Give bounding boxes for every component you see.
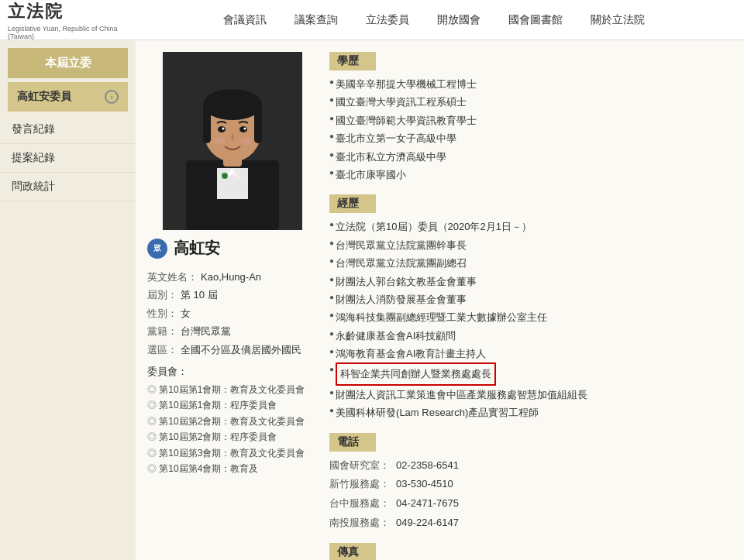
gender-value: 女 [181, 304, 191, 322]
edu-item: 臺北市康寧國小 [329, 166, 732, 184]
exp-item: 台灣民眾黨立法院黨團副總召 [329, 254, 732, 272]
committee-item: 第10屆第2會期：教育及文化委員會 [147, 414, 318, 429]
phone-section: 電話 國會研究室： 02-2358-6541 新竹服務處： 03-530-451… [329, 433, 732, 533]
phone-label-2: 台中服務處： [329, 494, 391, 514]
exp-item: 鴻海科技集團副總經理暨工業大數據辦公室主任 [329, 308, 732, 326]
committee-item: 第10屆第1會期：教育及文化委員會 [147, 382, 318, 397]
logo-sub: Legislative Yuan, Republic of China (Tai… [8, 25, 132, 40]
edu-item: 國立臺灣大學資訊工程系碩士 [329, 93, 732, 111]
logo-text: 立法院 [8, 2, 64, 21]
term-value: 第 10 屆 [181, 286, 218, 304]
exp-item: 鴻海教育基金會AI教育計畫主持人 [329, 345, 732, 362]
term-label: 屆別： [147, 286, 177, 304]
committee-header: 委員會： [147, 365, 318, 379]
svg-rect-9 [254, 105, 262, 143]
top-navigation: 立法院 Legislative Yuan, Republic of China … [0, 0, 744, 40]
phone-number-3: 049-224-6147 [396, 514, 459, 533]
svg-point-10 [218, 126, 226, 132]
phone-list: 國會研究室： 02-2358-6541 新竹服務處： 03-530-4510 台… [329, 456, 732, 533]
member-name: 高虹安 [174, 238, 220, 259]
experience-list: 立法院（第10屆）委員（2020年2月1日－） 台灣民眾黨立法院黨團幹事長 台灣… [329, 218, 732, 421]
svg-rect-8 [203, 105, 211, 143]
committee-item: 第10屆第4會期：教育及 [147, 461, 318, 476]
info-gender: 性別： 女 [147, 304, 318, 322]
phone-item: 台中服務處： 04-2471-7675 [329, 494, 732, 514]
sidebar-item-speeches[interactable]: 發言紀錄 [0, 115, 136, 144]
svg-point-14 [213, 137, 226, 145]
info-party: 黨籍： 台灣民眾黨 [147, 322, 318, 340]
phone-title: 電話 [329, 433, 376, 452]
party-badge: 眾 [147, 239, 167, 259]
exp-item: 美國科林研發(Lam Research)產品實習工程師 [329, 404, 732, 421]
profile-left: 眾 高虹安 英文姓名： Kao,Hung-An 屆別： 第 10 屆 性別： 女 [147, 52, 318, 548]
party-label: 黨籍： [147, 322, 177, 340]
exp-item: 財團法人消防發展基金會董事 [329, 290, 732, 308]
phone-label-1: 新竹服務處： [329, 475, 391, 494]
exp-item: 立法院（第10屆）委員（2020年2月1日－） [329, 218, 732, 235]
nav-item-meetings[interactable]: 會議資訊 [209, 0, 281, 40]
sidebar-item-proposals[interactable]: 提案紀錄 [0, 144, 136, 173]
highlighted-experience: 科智企業共同創辦人暨業務處處長 [336, 362, 496, 385]
fax-section: 傳真 [329, 543, 732, 560]
phone-number-1: 03-530-4510 [396, 475, 453, 494]
nav-item-legislators[interactable]: 立法委員 [352, 0, 423, 40]
experience-section: 經歷 立法院（第10屆）委員（2020年2月1日－） 台灣民眾黨立法院黨團幹事長… [329, 194, 732, 421]
district-value: 全國不分區及僑居國外國民 [181, 341, 301, 359]
edu-item: 臺北市私立方濟高級中學 [329, 148, 732, 166]
basic-info-list: 英文姓名： Kao,Hung-An 屆別： 第 10 屆 性別： 女 黨籍： 台… [147, 268, 318, 359]
district-label: 選區： [147, 341, 177, 359]
exp-item: 永齡健康基金會AI科技顧問 [329, 327, 732, 345]
info-district: 選區： 全國不分區及僑居國外國民 [147, 341, 318, 359]
nav-item-bills[interactable]: 議案查詢 [281, 0, 352, 40]
party-value: 台灣民眾黨 [181, 322, 231, 340]
education-list: 美國辛辛那提大學機械工程博士 國立臺灣大學資訊工程系碩士 國立臺灣師範大學資訊教… [329, 75, 732, 184]
profile-right: 學歷 美國辛辛那提大學機械工程博士 國立臺灣大學資訊工程系碩士 國立臺灣師範大學… [329, 52, 732, 548]
sidebar-item-stats[interactable]: 問政統計 [0, 173, 136, 201]
english-name-label: 英文姓名： [147, 268, 198, 286]
main-container: 本屆立委 高虹安委員 › 發言紀錄 提案紀錄 問政統計 [0, 40, 744, 560]
member-name-row: 眾 高虹安 [147, 238, 318, 259]
exp-item-highlighted: 科智企業共同創辦人暨業務處處長 [329, 362, 732, 385]
phone-label-0: 國會研究室： [329, 456, 391, 476]
sidebar-member-name: 高虹安委員 [17, 90, 71, 104]
exp-item: 財團法人資訊工業策進會中區產業服務處智慧加值組組長 [329, 386, 732, 404]
nav-item-open-parliament[interactable]: 開放國會 [423, 0, 494, 40]
phone-item: 新竹服務處： 03-530-4510 [329, 475, 732, 494]
phone-number-2: 04-2471-7675 [396, 494, 459, 514]
svg-point-11 [239, 126, 247, 132]
committee-item: 第10屆第2會期：程序委員會 [147, 429, 318, 445]
sidebar-member-link[interactable]: 高虹安委員 › [8, 82, 128, 112]
english-name-value: Kao,Hung-An [201, 268, 261, 286]
profile-photo [163, 52, 302, 230]
sidebar-arrow-icon: › [105, 90, 119, 104]
nav-item-about[interactable]: 關於立法院 [577, 0, 659, 40]
svg-point-13 [244, 128, 246, 130]
phone-number-0: 02-2358-6541 [396, 456, 459, 476]
education-section: 學歷 美國辛辛那提大學機械工程博士 國立臺灣大學資訊工程系碩士 國立臺灣師範大學… [329, 52, 732, 184]
svg-point-15 [239, 137, 252, 145]
exp-item: 台灣民眾黨立法院黨團幹事長 [329, 236, 732, 254]
edu-item: 國立臺灣師範大學資訊教育學士 [329, 112, 732, 129]
edu-item: 美國辛辛那提大學機械工程博士 [329, 75, 732, 93]
svg-point-17 [223, 174, 226, 177]
sidebar: 本屆立委 高虹安委員 › 發言紀錄 提案紀錄 問政統計 [0, 40, 136, 560]
phone-item: 南投服務處： 049-224-6147 [329, 514, 732, 533]
sidebar-title: 本屆立委 [8, 48, 128, 78]
exp-item: 財團法人郭台銘文教基金會董事 [329, 273, 732, 290]
phone-label-3: 南投服務處： [329, 514, 391, 533]
logo-area[interactable]: 立法院 Legislative Yuan, Republic of China … [8, 0, 132, 40]
info-english-name: 英文姓名： Kao,Hung-An [147, 268, 318, 286]
svg-point-12 [222, 128, 225, 130]
svg-point-7 [203, 89, 262, 120]
phone-item: 國會研究室： 02-2358-6541 [329, 456, 732, 476]
gender-label: 性別： [147, 304, 177, 322]
nav-item-library[interactable]: 國會圖書館 [494, 0, 577, 40]
fax-title: 傳真 [329, 543, 376, 560]
info-term: 屆別： 第 10 屆 [147, 286, 318, 304]
committee-list: 第10屆第1會期：教育及文化委員會 第10屆第1會期：程序委員會 第10屆第2會… [147, 382, 318, 476]
education-title: 學歷 [329, 52, 376, 70]
edu-item: 臺北市立第一女子高級中學 [329, 129, 732, 147]
experience-title: 經歷 [329, 194, 376, 213]
content-area: 眾 高虹安 英文姓名： Kao,Hung-An 屆別： 第 10 屆 性別： 女 [136, 40, 744, 560]
committee-section: 委員會： 第10屆第1會期：教育及文化委員會 第10屆第1會期：程序委員會 第1… [147, 365, 318, 476]
